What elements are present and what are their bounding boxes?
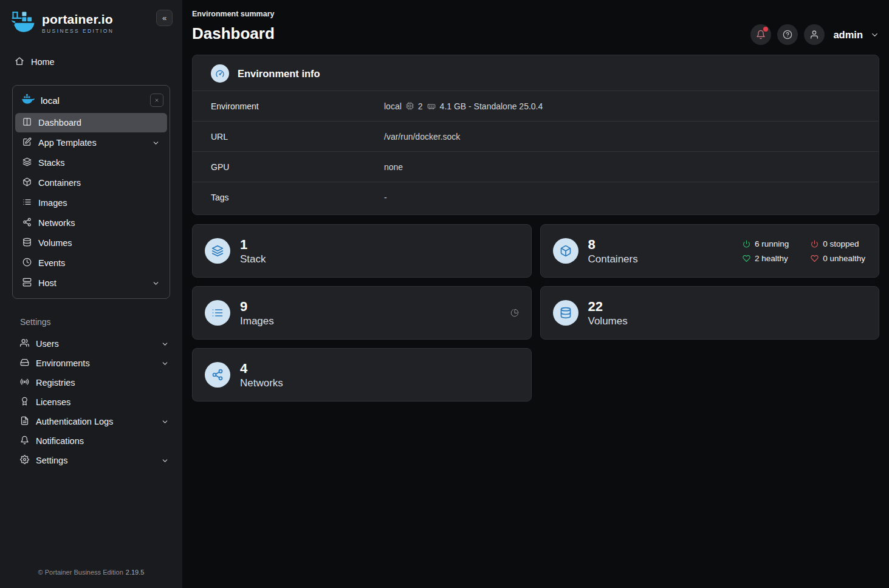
cpu-count: 2 <box>418 101 423 111</box>
pie-chart-icon <box>510 309 519 317</box>
networks-card[interactable]: 4 Networks <box>192 348 532 402</box>
images-label: Images <box>240 315 274 327</box>
sidebar-item-label: Licenses <box>36 397 70 407</box>
sidebar-item-images[interactable]: Images <box>15 193 167 213</box>
sidebar-item-app-templates[interactable]: App Templates <box>15 133 167 152</box>
containers-count: 8 <box>588 236 638 253</box>
chevron-down-icon <box>161 340 169 348</box>
memory-info: 4.1 GB - Standalone 25.0.4 <box>440 101 543 111</box>
database-icon <box>553 300 578 326</box>
environment-label: Environment <box>211 101 384 111</box>
heart-icon <box>743 255 750 262</box>
tags-label: Tags <box>211 193 384 202</box>
layers-icon <box>22 157 32 168</box>
chevron-down-icon <box>152 279 160 287</box>
sidebar-footer: © Portainer Business Edition2.19.5 <box>0 569 182 576</box>
sidebar-item-environments[interactable]: Environments <box>0 354 182 373</box>
networks-label: Networks <box>240 377 283 389</box>
database-icon <box>22 238 32 248</box>
layers-icon <box>205 238 230 264</box>
gpu-value: none <box>384 162 403 172</box>
chevron-down-icon <box>152 139 160 147</box>
volumes-card[interactable]: 22 Volumes <box>540 286 880 340</box>
sidebar-item-label: Registries <box>36 378 75 388</box>
user-avatar[interactable] <box>804 24 825 45</box>
portainer-logo-icon <box>11 10 36 36</box>
sidebar-item-label: Volumes <box>38 238 72 248</box>
sidebar-item-dashboard[interactable]: Dashboard <box>15 113 167 132</box>
share-icon <box>22 217 32 228</box>
user-name[interactable]: admin <box>833 29 863 41</box>
sidebar-item-stacks[interactable]: Stacks <box>15 153 167 173</box>
gpu-label: GPU <box>211 162 384 172</box>
running-stat: 6 running <box>743 239 789 248</box>
sidebar-item-notifications[interactable]: Notifications <box>0 431 182 451</box>
sidebar-item-registries[interactable]: Registries <box>0 373 182 392</box>
notification-badge <box>763 27 768 32</box>
user-menu-chevron-icon[interactable] <box>870 30 879 39</box>
sidebar-item-host[interactable]: Host <box>15 273 167 293</box>
memory-icon <box>427 102 436 111</box>
gear-icon <box>20 455 29 466</box>
environments-icon <box>20 358 29 369</box>
heart-icon <box>811 255 819 262</box>
images-count: 9 <box>240 298 274 315</box>
breadcrumb: Environment summary <box>192 7 275 18</box>
sidebar-item-label: Networks <box>38 218 75 228</box>
sidebar-item-events[interactable]: Events <box>15 253 167 273</box>
sidebar-item-settings[interactable]: Settings <box>0 451 182 470</box>
notifications-button[interactable] <box>750 24 771 45</box>
sidebar-item-containers[interactable]: Containers <box>15 173 167 193</box>
list-icon <box>205 300 230 326</box>
power-icon <box>743 240 750 248</box>
sidebar-collapse-button[interactable]: « <box>156 10 173 26</box>
close-environment-button[interactable] <box>150 94 163 107</box>
containers-stats: 6 running 2 healthy 0 stopped <box>743 239 867 263</box>
power-icon <box>811 240 819 248</box>
sidebar-item-licenses[interactable]: Licenses <box>0 392 182 412</box>
sidebar-item-label: Home <box>31 57 55 67</box>
sidebar-item-label: Users <box>36 339 59 349</box>
environment-info-card: Environment info Environment local 2 4.1… <box>192 55 879 215</box>
sidebar: portainer.io BUSINESS EDITION « Home loc… <box>0 0 182 588</box>
settings-list: Users Environments Registries Licenses <box>0 334 182 470</box>
header-actions: admin <box>750 24 879 45</box>
settings-section-header: Settings <box>20 317 182 327</box>
footer-copyright: © Portainer Business Edition <box>38 569 123 576</box>
images-card[interactable]: 9 Images <box>192 286 532 340</box>
sidebar-item-label: Events <box>38 258 65 268</box>
sidebar-item-volumes[interactable]: Volumes <box>15 233 167 253</box>
clock-icon <box>22 258 32 268</box>
award-icon <box>20 397 29 408</box>
bell-icon <box>20 436 29 446</box>
tags-value: - <box>384 193 387 202</box>
environment-info-header: Environment info <box>193 55 879 91</box>
main-content: Environment summary Dashboard admin <box>182 0 889 588</box>
networks-count: 4 <box>240 360 283 377</box>
brand-edition: BUSINESS EDITION <box>42 28 114 34</box>
environment-header[interactable]: local <box>14 88 168 112</box>
sidebar-item-home[interactable]: Home <box>7 52 176 72</box>
environment-value: local 2 4.1 GB - Standalone 25.0.4 <box>384 101 543 111</box>
sidebar-item-label: Host <box>38 278 57 288</box>
sidebar-item-authentication-logs[interactable]: Authentication Logs <box>0 412 182 431</box>
sidebar-item-networks[interactable]: Networks <box>15 213 167 233</box>
url-row: URL /var/run/docker.sock <box>193 121 879 151</box>
containers-label: Containers <box>588 253 638 265</box>
stacks-card[interactable]: 1 Stack <box>192 224 532 278</box>
sidebar-item-label: Notifications <box>36 436 84 446</box>
gauge-icon <box>211 64 229 83</box>
cpu-icon <box>406 102 414 110</box>
containers-card[interactable]: 8 Containers 6 running 2 healt <box>540 224 880 278</box>
sidebar-item-users[interactable]: Users <box>0 334 182 354</box>
gpu-row: GPU none <box>193 151 879 182</box>
dashboard-icon <box>22 117 32 128</box>
chevron-down-icon <box>161 360 169 368</box>
environment-info-title: Environment info <box>238 68 320 80</box>
volumes-count: 22 <box>588 298 628 315</box>
help-button[interactable] <box>777 24 798 45</box>
share-icon <box>205 362 230 388</box>
users-icon <box>20 338 29 349</box>
dashboard-cards: 1 Stack 8 Containers 6 running <box>192 224 879 402</box>
chevron-down-icon <box>161 457 169 465</box>
